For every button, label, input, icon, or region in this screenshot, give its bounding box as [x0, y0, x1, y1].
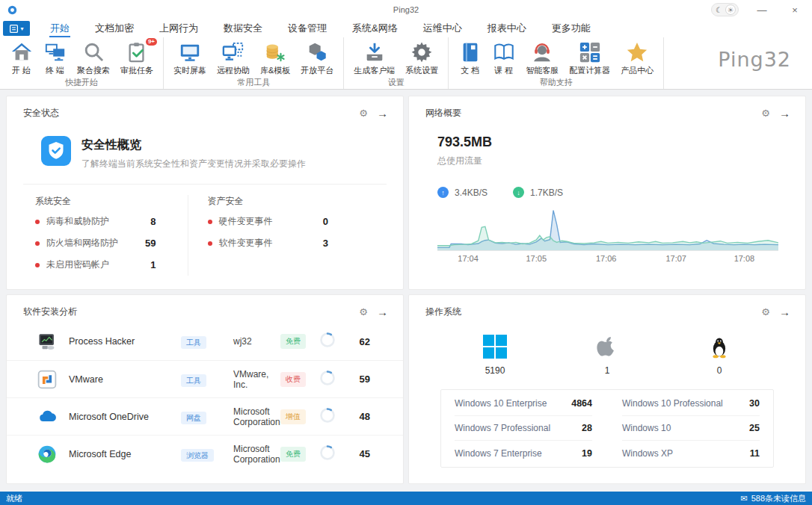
operating-system-card: 操作系统 ⚙ → 519010 Windows 10 Enterprise486… — [408, 294, 806, 484]
ribbon-item-aggregate-search[interactable]: 聚合搜索 — [72, 39, 115, 76]
ribbon-item-courses[interactable]: 课 程 — [487, 39, 520, 76]
gear-icon[interactable]: ⚙ — [761, 108, 770, 119]
security-metric-row[interactable]: 硬件变更事件0 — [208, 211, 329, 232]
os-platform-windows: 5190 — [439, 330, 551, 376]
software-row[interactable]: Process Hacker工具wj32免费62 — [7, 323, 403, 360]
ribbon-item-open-platform[interactable]: 开放平台 — [295, 39, 339, 76]
tab-device-mgmt[interactable]: 设备管理 — [275, 19, 339, 37]
security-column-title: 资产安全 — [208, 195, 329, 208]
list-menu-icon — [9, 24, 19, 34]
ribbon-group: 文 档课 程智能客服配置计算器产品中心帮助支持 — [449, 37, 664, 89]
category-badge: 网盘 — [181, 412, 206, 424]
ribbon-group: 开 始终 端聚合搜索9+审批任务快捷开始 — [0, 37, 164, 89]
os-version-count: 4864 — [571, 398, 592, 409]
metric-label: 硬件变更事件 — [219, 215, 323, 228]
category-badge: 工具 — [181, 336, 206, 349]
security-metric-row[interactable]: 病毒和威胁防护8 — [35, 211, 156, 232]
ribbon-item-documents[interactable]: 文 档 — [453, 39, 487, 76]
install-progress-ring — [306, 407, 352, 427]
aggregate-search-icon — [82, 40, 105, 63]
card-title: 安全状态 — [23, 107, 59, 120]
arrow-right-icon[interactable]: → — [779, 306, 790, 318]
alert-dot-icon — [208, 241, 212, 246]
gear-icon[interactable]: ⚙ — [359, 108, 368, 119]
light-mode-icon[interactable]: ☀ — [725, 4, 736, 15]
total-traffic-label: 总使用流量 — [409, 150, 805, 167]
dashboard: 安全状态 ⚙ → 安全性概览 了解终端当前系统安全性和资产变更情况并采取必要操作… — [0, 90, 812, 492]
ribbon-item-home[interactable]: 开 始 — [4, 39, 38, 76]
gear-icon[interactable]: ⚙ — [761, 306, 770, 317]
brand-logo: Ping32 — [718, 48, 791, 71]
dark-mode-icon[interactable]: ☾ — [714, 6, 724, 14]
ribbon-item-label: 配置计算器 — [569, 65, 610, 76]
os-version-name: Windows 7 Enterprise — [455, 448, 582, 459]
realtime-screen-icon — [179, 40, 202, 63]
os-version-row: Windows 7 Professional28 — [455, 416, 592, 441]
tab-data-security[interactable]: 数据安全 — [211, 19, 275, 37]
security-overview-title: 安全性概览 — [81, 137, 306, 153]
tab-web-behavior[interactable]: 上网行为 — [147, 19, 211, 37]
software-row[interactable]: VMware工具VMware, Inc.收费59 — [7, 360, 403, 397]
unread-messages[interactable]: ✉ 588条未读信息 — [740, 493, 806, 504]
os-version-row: Windows 1025 — [622, 416, 760, 441]
ribbon-item-product-center[interactable]: 产品中心 — [615, 39, 659, 76]
ribbon-item-approval-tasks[interactable]: 9+审批任务 — [115, 39, 159, 76]
tab-start[interactable]: 开始 — [37, 19, 82, 37]
ribbon-item-terminal[interactable]: 终 端 — [38, 39, 72, 76]
security-metric-row[interactable]: 软件变更事件3 — [208, 232, 329, 254]
arrow-right-icon[interactable]: → — [377, 306, 388, 318]
security-column-title: 系统安全 — [35, 195, 156, 208]
upload-speed: ↑ 3.4KB/S — [437, 187, 487, 198]
software-name: Process Hacker — [69, 336, 181, 347]
theme-toggle[interactable]: ☾ ☀ — [711, 3, 739, 16]
remote-assist-icon — [222, 40, 245, 63]
tab-report-center[interactable]: 报表中心 — [475, 19, 539, 37]
install-progress-ring — [306, 332, 352, 351]
software-row[interactable]: Microsoft OneDrive网盘Microsoft Corporatio… — [7, 397, 403, 435]
arrow-right-icon[interactable]: → — [779, 107, 790, 120]
metric-value: 0 — [323, 216, 328, 227]
ribbon-item-label: 开 始 — [12, 65, 31, 76]
upload-arrow-icon: ↑ — [437, 187, 449, 198]
linux-logo-icon — [710, 330, 729, 359]
arrow-right-icon[interactable]: → — [377, 107, 388, 120]
os-platform-apple: 1 — [551, 330, 663, 376]
os-version-count: 25 — [749, 423, 760, 433]
security-status-card: 安全状态 ⚙ → 安全性概览 了解终端当前系统安全性和资产变更情况并采取必要操作… — [6, 96, 404, 290]
ribbon-item-realtime-screen[interactable]: 实时屏幕 — [168, 39, 212, 76]
minimize-button[interactable]: — — [752, 4, 772, 16]
software-vendor: Microsoft Corporation — [233, 406, 280, 427]
software-row[interactable]: Microsoft Edge浏览器Microsoft Corporation免费… — [7, 435, 403, 472]
alert-dot-icon — [35, 241, 40, 246]
ribbon-item-label: 文 档 — [461, 65, 479, 76]
os-version-row: Windows 7 Enterprise19 — [455, 441, 592, 465]
gear-icon[interactable]: ⚙ — [359, 306, 368, 317]
ribbon-item-generate-client[interactable]: 生成客户端 — [348, 39, 400, 76]
price-badge: 免费 — [280, 447, 306, 462]
os-version-count: 30 — [749, 398, 760, 409]
tab-ops-center[interactable]: 运维中心 — [410, 19, 475, 37]
traffic-chart — [437, 205, 778, 251]
window-title: Ping32 — [393, 5, 419, 14]
tab-doc-encrypt[interactable]: 文档加密 — [82, 19, 147, 37]
ribbon-item-library-templates[interactable]: 库&模板 — [255, 39, 295, 76]
ribbon-item-system-settings[interactable]: 系统设置 — [400, 39, 443, 76]
close-button[interactable]: × — [785, 4, 805, 16]
security-metric-row[interactable]: 未启用密码帐户1 — [35, 254, 156, 276]
tab-system-network[interactable]: 系统&网络 — [339, 19, 410, 37]
install-count: 45 — [352, 448, 370, 459]
metric-value: 8 — [150, 216, 156, 227]
smart-service-icon — [531, 40, 554, 63]
status-ready-text: 就绪 — [6, 493, 22, 504]
install-progress-ring — [306, 444, 352, 464]
security-metric-row[interactable]: 防火墙和网络防护59 — [35, 232, 156, 254]
os-version-name: Windows XP — [622, 448, 750, 459]
card-title: 软件安装分析 — [23, 306, 77, 318]
chevron-down-icon: ▾ — [20, 25, 23, 32]
tab-more-features[interactable]: 更多功能 — [539, 19, 603, 37]
ribbon-item-smart-service[interactable]: 智能客服 — [520, 39, 564, 76]
ribbon-item-config-calculator[interactable]: 配置计算器 — [564, 39, 615, 76]
ribbon-item-label: 审批任务 — [120, 65, 153, 76]
main-menu-button[interactable]: ▾ — [3, 21, 30, 36]
ribbon-item-remote-assist[interactable]: 远程协助 — [212, 39, 255, 76]
